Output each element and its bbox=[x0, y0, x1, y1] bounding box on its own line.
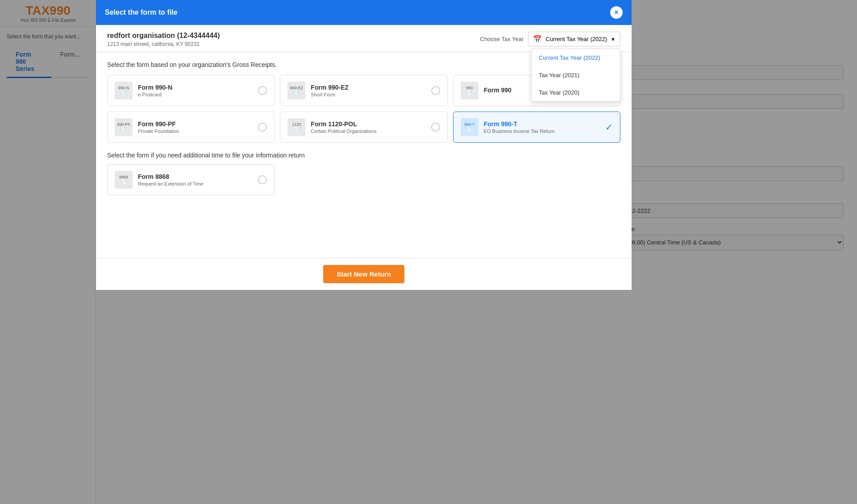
form-990n-desc: e-Postcard bbox=[138, 92, 253, 97]
form-990ez-desc: Short Form bbox=[311, 92, 425, 97]
tax-year-option-2021[interactable]: Tax Year (2021) bbox=[532, 66, 620, 84]
form-990-icon: 990📄 bbox=[461, 82, 478, 99]
form-990t-name: Form 990-T bbox=[484, 120, 600, 128]
modal-close-button[interactable]: × bbox=[610, 6, 623, 19]
form-990pf-icon: 990-PF📄 bbox=[115, 118, 133, 136]
tax-year-label: Choose Tax Year bbox=[480, 36, 524, 42]
tax-year-current-value: Current Tax Year (2022) bbox=[545, 36, 607, 42]
form-990t-desc: EO Business Income Tax Return bbox=[484, 128, 600, 134]
modal-footer: Start New Return bbox=[96, 258, 632, 290]
form-990t-info: Form 990-T EO Business Income Tax Return bbox=[484, 120, 600, 134]
modal-title: Select the form to file bbox=[105, 8, 178, 17]
form-990n-info: Form 990-N e-Postcard bbox=[138, 84, 253, 97]
form-1120pol-name: Form 1120-POL bbox=[311, 120, 425, 128]
form-1120pol-icon: 1120📄 bbox=[287, 118, 305, 136]
tax-year-area: Choose Tax Year 📅 Current Tax Year (2022… bbox=[480, 32, 620, 46]
form-990pf-info: Form 990-PF Private Foundation bbox=[138, 120, 253, 134]
form-990n-icon: 990-N📄 bbox=[115, 82, 133, 99]
form-card-8868[interactable]: 8868📄 Form 8868 Request an Extension of … bbox=[107, 164, 275, 195]
form-8868-info: Form 8868 Request an Extension of Time bbox=[138, 173, 253, 186]
modal-header: Select the form to file × bbox=[96, 0, 632, 25]
form-1120pol-info: Form 1120-POL Certain Political Organiza… bbox=[311, 120, 425, 134]
tax-year-option-2020[interactable]: Tax Year (2020) bbox=[532, 84, 620, 101]
calendar-icon: 📅 bbox=[533, 35, 542, 43]
extension-prompt: Select the form if you need additional t… bbox=[107, 152, 620, 159]
form-8868-name: Form 8868 bbox=[138, 173, 253, 180]
form-card-990t[interactable]: 990-T📄 Form 990-T EO Business Income Tax… bbox=[453, 112, 620, 143]
form-990n-name: Form 990-N bbox=[138, 84, 253, 91]
form-990pf-desc: Private Foundation bbox=[138, 128, 253, 134]
form-990ez-name: Form 990-EZ bbox=[311, 84, 425, 91]
form-990t-icon: 990-T📄 bbox=[461, 118, 478, 136]
form-8868-icon: 8868📄 bbox=[115, 171, 133, 189]
form-990ez-radio[interactable] bbox=[431, 86, 440, 95]
form-990ez-icon: 990-EZ📄 bbox=[287, 82, 305, 99]
chevron-down-icon: ▼ bbox=[611, 37, 616, 42]
start-new-return-button[interactable]: Start New Return bbox=[323, 265, 404, 283]
tax-year-dropdown: Current Tax Year (2022) Tax Year (2021) … bbox=[531, 49, 620, 102]
form-card-990ez[interactable]: 990-EZ📄 Form 990-EZ Short Form bbox=[280, 75, 447, 106]
form-990pf-name: Form 990-PF bbox=[138, 120, 253, 128]
org-display-address: 1213 main strreet, california, KY 90231 bbox=[107, 41, 220, 47]
form-card-990n[interactable]: 990-N📄 Form 990-N e-Postcard bbox=[107, 75, 275, 106]
form-8868-radio[interactable] bbox=[258, 175, 267, 184]
org-info-bar: redfort organisation (12-4344444) 1213 m… bbox=[96, 25, 632, 52]
form-990pf-radio[interactable] bbox=[258, 123, 267, 132]
tax-year-option-2022[interactable]: Current Tax Year (2022) bbox=[532, 49, 620, 66]
form-1120pol-radio[interactable] bbox=[431, 123, 440, 132]
form-card-1120pol[interactable]: 1120📄 Form 1120-POL Certain Political Or… bbox=[280, 112, 447, 143]
tax-year-selector[interactable]: 📅 Current Tax Year (2022) ▼ bbox=[528, 32, 620, 46]
form-990t-checkmark: ✓ bbox=[605, 122, 613, 132]
form-1120pol-desc: Certain Political Organizations bbox=[311, 128, 425, 134]
form-8868-desc: Request an Extension of Time bbox=[138, 181, 253, 186]
form-990n-radio[interactable] bbox=[258, 86, 267, 95]
org-display-name: redfort organisation (12-4344444) bbox=[107, 32, 220, 40]
form-card-990pf[interactable]: 990-PF📄 Form 990-PF Private Foundation bbox=[107, 112, 275, 143]
form-990ez-info: Form 990-EZ Short Form bbox=[311, 84, 425, 97]
form-select-modal: Select the form to file × redfort organi… bbox=[96, 0, 632, 290]
extension-forms-row: 8868📄 Form 8868 Request an Extension of … bbox=[107, 164, 620, 195]
